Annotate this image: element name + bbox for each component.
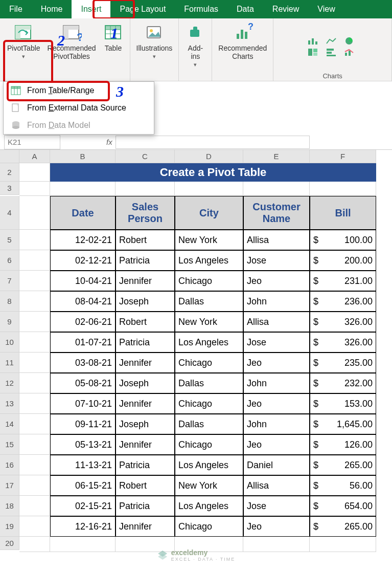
table-row[interactable]: 02-12-21PatriciaLos AngelesJose$200.00	[50, 250, 376, 271]
row-head-17[interactable]: 17	[0, 475, 19, 496]
table-row[interactable]: 07-10-21JenniferChicagoJeo$153.00	[50, 393, 376, 414]
table-row[interactable]: 12-02-21RobertNew YorkAllisa$100.00	[50, 230, 376, 250]
row-head-2[interactable]: 2	[0, 163, 19, 182]
table-cell[interactable]: Jennifer	[116, 271, 175, 291]
row-head-10[interactable]: 10	[0, 332, 19, 353]
table-cell[interactable]: Robert	[116, 230, 175, 250]
table-cell[interactable]: $56.00	[310, 475, 376, 496]
table-cell[interactable]: Patricia	[116, 250, 175, 271]
table-row[interactable]: 10-04-21JenniferChicagoJeo$231.00	[50, 271, 376, 291]
cell-A14[interactable]	[19, 414, 50, 434]
table-cell[interactable]: Chicago	[175, 393, 243, 414]
table-header-date[interactable]: Date	[50, 196, 116, 230]
table-row[interactable]: 01-07-21PatriciaLos AngelesJose$326.00	[50, 332, 376, 353]
table-cell[interactable]: Jose	[243, 496, 310, 516]
table-cell[interactable]: Los Angeles	[175, 332, 243, 353]
table-cell[interactable]: Patricia	[116, 332, 175, 353]
table-row[interactable]: 11-13-21PatriciaLos AngelesDaniel$265.00	[50, 455, 376, 475]
tab-insert[interactable]: Insert	[72, 0, 110, 18]
pivottable-button[interactable]: PivotTable ▾	[5, 21, 42, 61]
table-cell[interactable]: $100.00	[310, 230, 376, 250]
row-head-6[interactable]: 6	[0, 250, 19, 271]
recommended-pivottables-button[interactable]: ? Recommended PivotTables	[45, 21, 98, 61]
table-cell[interactable]: Jennifer	[116, 353, 175, 373]
table-cell[interactable]: Jose	[243, 332, 310, 353]
row-head-19[interactable]: 19	[0, 516, 19, 537]
table-cell[interactable]: Los Angeles	[175, 455, 243, 475]
table-cell[interactable]: Jose	[243, 250, 310, 271]
col-head-F[interactable]: F	[310, 150, 376, 163]
cell-D20[interactable]	[175, 537, 243, 552]
table-cell[interactable]: 12-02-21	[50, 230, 116, 250]
table-cell[interactable]: Dallas	[175, 373, 243, 393]
table-cell[interactable]: Jeo	[243, 271, 310, 291]
bar-chart-icon[interactable]	[326, 48, 338, 57]
tab-file[interactable]: File	[0, 0, 32, 18]
table-cell[interactable]: $236.00	[310, 291, 376, 312]
row-head-5[interactable]: 5	[0, 230, 19, 250]
cell-A12[interactable]	[19, 373, 50, 393]
illustrations-button[interactable]: Illustrations ▾	[134, 21, 175, 61]
col-head-A[interactable]: A	[19, 150, 50, 163]
table-cell[interactable]: 09-11-21	[50, 414, 116, 434]
table-cell[interactable]: 12-16-21	[50, 516, 116, 537]
treemap-icon[interactable]	[307, 48, 319, 57]
title-cell[interactable]: Create a Pivot Table	[50, 163, 376, 182]
table-cell[interactable]: Los Angeles	[175, 496, 243, 516]
row-head-9[interactable]: 9	[0, 312, 19, 332]
cell-A3[interactable]	[19, 182, 50, 196]
cell-B20[interactable]	[50, 537, 116, 552]
cell-A8[interactable]	[19, 291, 50, 312]
row-head-3[interactable]: 3	[0, 182, 19, 195]
cell-D3[interactable]	[175, 182, 243, 196]
table-cell[interactable]: John	[243, 291, 310, 312]
table-cell[interactable]: Allisa	[243, 312, 310, 332]
col-head-B[interactable]: B	[50, 150, 116, 163]
table-cell[interactable]: 10-04-21	[50, 271, 116, 291]
table-cell[interactable]: 02-12-21	[50, 250, 116, 271]
tab-view[interactable]: View	[308, 0, 344, 18]
table-cell[interactable]: Joseph	[116, 414, 175, 434]
table-cell[interactable]: Joseph	[116, 373, 175, 393]
table-cell[interactable]: $265.00	[310, 455, 376, 475]
cell-A20[interactable]	[19, 537, 50, 552]
pie-chart-icon[interactable]	[344, 36, 356, 46]
table-cell[interactable]: Chicago	[175, 353, 243, 373]
row-head-15[interactable]: 15	[0, 434, 19, 455]
table-cell[interactable]: $265.00	[310, 516, 376, 537]
from-table-range-item[interactable]: From Table/Range	[4, 82, 154, 99]
table-row[interactable]: 12-16-21JenniferChicagoJeo$265.00	[50, 516, 376, 537]
cell-E20[interactable]	[243, 537, 310, 552]
tab-data[interactable]: Data	[227, 0, 263, 18]
table-cell[interactable]: $232.00	[310, 373, 376, 393]
table-cell[interactable]: 02-06-21	[50, 312, 116, 332]
cell-C3[interactable]	[116, 182, 175, 196]
cell-A7[interactable]	[19, 271, 50, 291]
table-cell[interactable]: Jennifer	[116, 393, 175, 414]
cell-E3[interactable]	[243, 182, 310, 196]
worksheet-grid[interactable]: ABCDEF2Create a Pivot Table34DateSales P…	[0, 150, 392, 552]
table-cell[interactable]: 05-08-21	[50, 373, 116, 393]
table-cell[interactable]: Jeo	[243, 393, 310, 414]
table-cell[interactable]: Joseph	[116, 291, 175, 312]
table-cell[interactable]: 11-13-21	[50, 455, 116, 475]
from-external-item[interactable]: From External Data Source	[4, 99, 154, 117]
table-cell[interactable]: Dallas	[175, 291, 243, 312]
col-head-D[interactable]: D	[175, 150, 243, 163]
table-cell[interactable]: Chicago	[175, 516, 243, 537]
table-cell[interactable]: $200.00	[310, 250, 376, 271]
table-row[interactable]: 08-04-21JosephDallasJohn$236.00	[50, 291, 376, 312]
table-header-sales-person[interactable]: Sales Person	[116, 196, 175, 230]
tab-review[interactable]: Review	[263, 0, 308, 18]
name-box[interactable]	[4, 135, 60, 149]
table-cell[interactable]: 02-15-21	[50, 496, 116, 516]
table-row[interactable]: 05-08-21JosephDallasJohn$232.00	[50, 373, 376, 393]
table-cell[interactable]: 08-04-21	[50, 291, 116, 312]
table-row[interactable]: 03-08-21JenniferChicagoJeo$235.00	[50, 353, 376, 373]
cell-A9[interactable]	[19, 312, 50, 332]
cell-A4[interactable]	[19, 196, 50, 230]
cell-A15[interactable]	[19, 434, 50, 455]
table-row[interactable]: 05-13-21JenniferChicagoJeo$126.00	[50, 434, 376, 455]
table-cell[interactable]: 06-15-21	[50, 475, 116, 496]
table-cell[interactable]: $231.00	[310, 271, 376, 291]
